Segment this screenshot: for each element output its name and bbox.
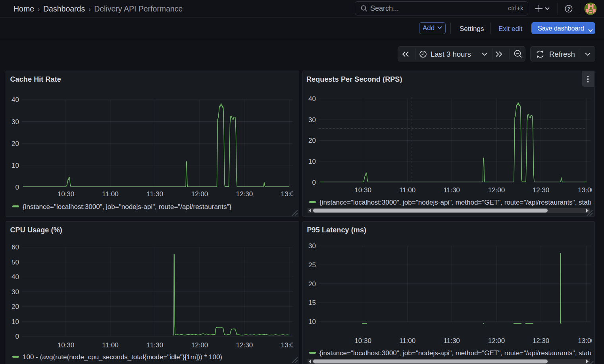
svg-text:?: ? <box>567 6 570 12</box>
